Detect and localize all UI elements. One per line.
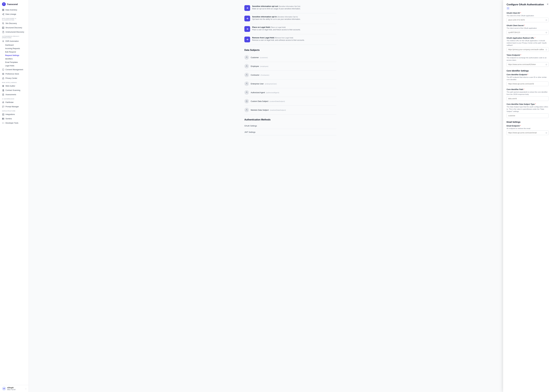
search-circle-icon [2, 22, 4, 25]
required-marker: * [524, 25, 525, 27]
shield-icon [2, 69, 4, 71]
company-name: eShopIt [7, 387, 15, 389]
sidebar-label: Prompt Manager [6, 106, 19, 108]
field-input-token-endpoint[interactable] [507, 62, 549, 67]
field-group-core-identifier-data-subject-type: Core Identifier Data Subject Type * The … [507, 103, 549, 118]
sidebar-label: Structured Discovery [6, 27, 22, 29]
main-content: Sensitive information opt out (Sensitive… [29, 0, 552, 392]
field-input-wrap [507, 96, 549, 101]
sidebar-item-dsr-automation[interactable]: DSR Automation [0, 39, 29, 43]
field-input-wrap: ⊙ [507, 131, 549, 135]
action-desc: Place a user on legal hold, and freeze a… [252, 29, 301, 31]
subject-name: Customer (customer) [251, 56, 268, 59]
eye-icon[interactable]: ⊙ [545, 31, 547, 34]
field-input-core-identifier-path[interactable] [507, 96, 549, 101]
panel-core-fields: Core Identifier Endpoint * The API endpo… [507, 74, 549, 118]
required-marker: * [521, 54, 521, 56]
sidebar-item-preference-store[interactable]: Preference Store [0, 72, 29, 76]
sidebar-child-identifiers[interactable]: Identifiers [0, 57, 29, 61]
field-label: OAuth Client ID * [507, 12, 549, 14]
subject-icon [244, 73, 249, 77]
sidebar-item-contract-scanning[interactable]: Contract Scanning [0, 88, 29, 92]
eye-icon[interactable]: ⊙ [545, 63, 547, 65]
svg-rect-2 [2, 10, 3, 11]
lock-icon [2, 77, 4, 79]
data-subject-row[interactable]: Contractor (Contractor) [244, 71, 336, 79]
server-icon [2, 118, 4, 120]
sidebar-item-sombra[interactable]: Sombra [0, 117, 29, 121]
auth-method-item[interactable]: OAuth Settings [244, 123, 336, 129]
action-desc: Remove a user on legal hold, and unfreez… [252, 39, 305, 41]
auth-methods-section-title: Authentication Methods [244, 119, 336, 121]
sidebar-item-data-inventory[interactable]: Data Inventory [0, 8, 29, 12]
auth-method-item[interactable]: JWT Settings [244, 129, 336, 135]
svg-point-33 [246, 74, 247, 75]
data-subject-row[interactable]: Enterprise User (enterpriseUser) [244, 79, 336, 88]
sidebar-label: Developer Tools [6, 122, 18, 124]
svg-point-15 [3, 41, 3, 42]
field-desc: The redirect URL for the OAuth applicati… [507, 40, 549, 46]
sidebar-label: Consent Management [6, 69, 23, 71]
action-title: Remove from Legal Hold (Remove from Lega… [252, 37, 305, 39]
field-input-core-identifier-data-subject-type[interactable] [507, 113, 549, 118]
data-subject-row[interactable]: Marketo Data Subject (marketoDataSubject… [244, 106, 336, 114]
section-label-privacy-ops: Autonomous Privacy Operations [0, 34, 29, 39]
svg-point-6 [2, 14, 3, 14]
eye-icon[interactable]: ⊙ [545, 132, 547, 134]
svg-rect-21 [3, 94, 4, 95]
data-subject-row[interactable]: Authorized Agent (authorizedAgent) [244, 88, 336, 97]
grid-icon [2, 9, 4, 11]
sidebar-label: Assessments [6, 94, 16, 96]
svg-point-5 [4, 15, 4, 15]
section-label-infrastructure: Infrastructure [0, 109, 29, 112]
sidebar-item-silo-discovery[interactable]: Silo Discovery [0, 21, 29, 26]
field-input-oauth-redirect-url[interactable] [507, 47, 549, 52]
sidebar-item-structured-discovery[interactable]: Structured Discovery [0, 26, 29, 30]
subject-icon [244, 55, 249, 60]
sidebar-child-bulk-respond[interactable]: Bulk Respond [0, 50, 29, 54]
sidebar-item-privacy-center[interactable]: Privacy Center [0, 76, 29, 80]
app-logo[interactable]: T Transcend [0, 0, 29, 8]
sidebar-item-data-lineage[interactable]: Data Lineage [0, 12, 29, 16]
eye-icon[interactable]: ⊙ [545, 19, 547, 21]
sidebar-child-request-settings[interactable]: Request Settings [0, 54, 29, 57]
sidebar-child-incoming-requests[interactable]: Incoming Requests [0, 47, 29, 50]
globe-icon [2, 85, 4, 87]
sidebar-item-prompt-manager[interactable]: Prompt Manager [0, 105, 29, 109]
field-input-email-endpoint[interactable] [507, 131, 549, 135]
field-input-wrap: ⊙ [507, 62, 549, 67]
subject-name: Employee (employee) [251, 65, 268, 67]
action-list: Sensitive information opt out (Sensitive… [244, 3, 336, 45]
sidebar-item-pathfinder[interactable]: Pathfinder [0, 100, 29, 105]
field-input-core-identifier-endpoint[interactable] [507, 82, 549, 86]
subject-name: Custom Data Subject (customDataSubject) [251, 100, 285, 102]
sidebar-item-unstructured-discovery[interactable]: Unstructured Discovery [0, 30, 29, 34]
info-icon: ⓘ [507, 7, 509, 10]
sidebar-item-web-auditor[interactable]: Web Auditor [0, 84, 29, 88]
svg-line-20 [3, 91, 4, 91]
user-info[interactable]: eS eShopIt Mike Farrell [2, 386, 15, 391]
data-subject-row[interactable]: Customer (customer) [244, 53, 336, 62]
field-label: Token Endpoint * [507, 54, 549, 56]
eye-icon[interactable]: ⊙ [545, 49, 547, 51]
field-group-oauth-client-id: OAuth Client ID * The client ID of the O… [507, 12, 549, 22]
svg-rect-3 [3, 10, 4, 11]
field-input-oauth-client-secret[interactable] [507, 30, 549, 35]
data-subject-row[interactable]: Custom Data Subject (customDataSubject) [244, 97, 336, 106]
field-label: OAuth Application Redirect URL * [507, 37, 549, 39]
field-label: Core Identifier Path * [507, 88, 549, 91]
sidebar-child-dashboard[interactable]: Dashboard [0, 43, 29, 47]
action-title: Place on Legal Hold (Place on Legal Hold… [252, 26, 301, 28]
data-subject-row[interactable]: Employee (employee) [244, 62, 336, 71]
sidebar-item-consent-management[interactable]: Consent Management [0, 67, 29, 72]
sidebar-item-developer-tools[interactable]: Developer Tools [0, 121, 29, 125]
field-input-oauth-client-id[interactable] [507, 18, 549, 22]
field-input-wrap: ⊙ [507, 30, 549, 35]
close-button[interactable]: ✕ [547, 3, 549, 6]
sidebar-child-legal-holds[interactable]: Legal Holds [0, 64, 29, 67]
sidebar-label: Pathfinder [6, 101, 14, 103]
sidebar-item-assessments[interactable]: Assessments [0, 92, 29, 97]
chevron-down-icon[interactable]: ⌄ [25, 388, 27, 390]
sidebar-child-email-templates[interactable]: Email Templates [0, 61, 29, 64]
sidebar-item-integrations[interactable]: Integrations [0, 112, 29, 117]
